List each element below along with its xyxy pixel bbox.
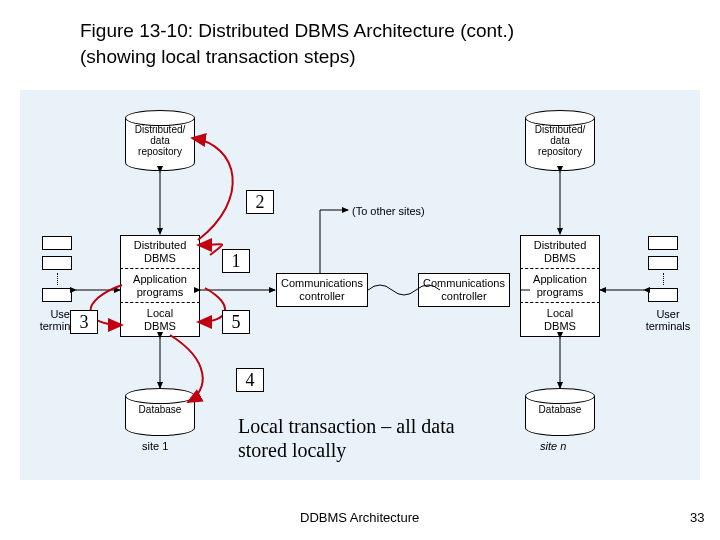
- left-dist-dbms: Distributed DBMS: [120, 235, 200, 269]
- comm-controller-right: Communications controller: [418, 273, 510, 307]
- left-app-programs: Application programs: [120, 269, 200, 303]
- site-right-label: site n: [540, 440, 566, 452]
- comm-controller-left: Communications controller: [276, 273, 368, 307]
- title-line-2: (showing local transaction steps): [80, 44, 514, 70]
- site-left-label: site 1: [142, 440, 168, 452]
- right-app-programs: Application programs: [520, 269, 600, 303]
- step-3-box: 3: [70, 310, 98, 334]
- title-line-1: Figure 13-10: Distributed DBMS Architect…: [80, 18, 514, 44]
- terminal-right-dots: [663, 273, 664, 285]
- local-transaction-description: Local transaction – all data stored loca…: [238, 414, 498, 462]
- step-4-box: 4: [236, 368, 264, 392]
- terminal-right-3: [648, 288, 678, 302]
- cylinder-db-right-top: [525, 388, 595, 404]
- step-5-box: 5: [222, 310, 250, 334]
- step-2-box: 2: [246, 190, 274, 214]
- terminal-right-2: [648, 256, 678, 270]
- footer-title: DDBMS Architecture: [300, 510, 419, 525]
- right-dist-dbms: Distributed DBMS: [520, 235, 600, 269]
- left-local-dbms: Local DBMS: [120, 303, 200, 337]
- terminal-left-3: [42, 288, 72, 302]
- repo-right-label: Distributed/ data repository: [525, 124, 595, 157]
- step-1-box: 1: [222, 249, 250, 273]
- db-left-label: Database: [125, 404, 195, 415]
- terminal-left-dots: [57, 273, 58, 285]
- db-right-label: Database: [525, 404, 595, 415]
- terminal-left-1: [42, 236, 72, 250]
- page-number: 33: [690, 510, 704, 525]
- figure-title: Figure 13-10: Distributed DBMS Architect…: [80, 18, 514, 69]
- to-other-sites-label: (To other sites): [352, 205, 425, 217]
- right-local-dbms: Local DBMS: [520, 303, 600, 337]
- terminal-left-2: [42, 256, 72, 270]
- terminal-right-1: [648, 236, 678, 250]
- repo-left-label: Distributed/ data repository: [125, 124, 195, 157]
- cylinder-db-left-top: [125, 388, 195, 404]
- user-terminals-right-label: User terminals: [638, 308, 698, 332]
